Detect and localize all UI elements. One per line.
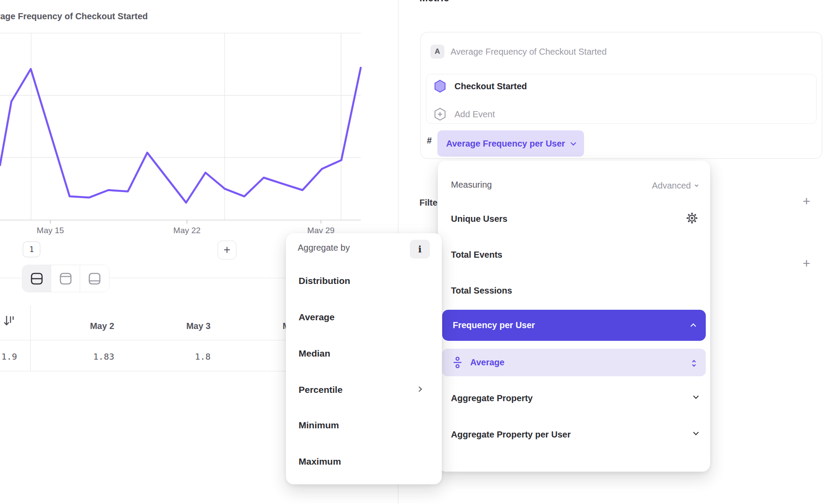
- line-chart: [0, 33, 363, 224]
- event-name: Checkout Started: [454, 81, 527, 91]
- menu-subitem-average[interactable]: Average: [442, 349, 706, 376]
- table-header-may-3[interactable]: May 3: [150, 318, 246, 334]
- menu-item-total-sessions[interactable]: Total Sessions: [451, 283, 512, 298]
- add-metric-button[interactable]: +: [807, 0, 815, 4]
- table-cell: 1.9: [0, 349, 30, 364]
- divide-icon: [453, 357, 462, 368]
- metric-title-input[interactable]: Average Frequency of Checkout Started: [451, 47, 607, 57]
- add-event-button[interactable]: Add Event: [434, 108, 495, 121]
- info-button[interactable]: i: [410, 240, 430, 259]
- event-hexagon-icon: [434, 80, 446, 93]
- aggregate-by-header: Aggregate by: [298, 243, 350, 253]
- up-down-chevrons-icon: [693, 359, 695, 366]
- metric-card: A Average Frequency of Checkout Started …: [420, 32, 822, 159]
- view-toggle-panel-top[interactable]: [51, 265, 80, 292]
- measuring-header: Measuring: [451, 180, 492, 190]
- chevron-down-icon: [695, 183, 698, 186]
- chevron-down-icon: [570, 140, 576, 146]
- view-toggle-panel-bottom[interactable]: [80, 265, 109, 292]
- sort-descending-icon: [3, 315, 17, 328]
- x-axis-label: May 15: [20, 226, 81, 235]
- chart-title: Average Frequency of Checkout Started: [0, 11, 148, 21]
- table-header-may-2[interactable]: May 2: [30, 318, 150, 334]
- measurement-hash-icon: #: [427, 136, 432, 146]
- menu-item-median[interactable]: Median: [299, 346, 330, 361]
- measurement-dropdown-button[interactable]: Average Frequency per User: [437, 130, 584, 157]
- view-toggle-split-rows[interactable]: [22, 265, 51, 292]
- menu-item-maximum[interactable]: Maximum: [299, 454, 341, 469]
- menu-item-average[interactable]: Average: [299, 309, 335, 325]
- metric-badge: A: [430, 45, 444, 59]
- measurement-label: Average Frequency per User: [446, 139, 565, 149]
- menu-item-total-events[interactable]: Total Events: [451, 247, 502, 262]
- add-filter-button[interactable]: +: [798, 193, 815, 210]
- add-annotation-button[interactable]: +: [218, 241, 236, 259]
- sort-button[interactable]: [3, 315, 17, 329]
- insights-report-screen: Average Frequency of Checkout Started Ma…: [0, 0, 831, 504]
- settings-button[interactable]: [686, 212, 698, 226]
- x-axis-label: May 22: [156, 226, 218, 235]
- split-rows-icon: [29, 271, 44, 286]
- panel-top-icon: [58, 271, 73, 286]
- table-header-border: [0, 340, 286, 340]
- chevron-down-icon: [693, 393, 699, 399]
- table-cell: 1.83: [30, 349, 150, 364]
- add-event-label: Add Event: [454, 109, 495, 119]
- chevron-up-icon: [690, 323, 696, 329]
- chevron-right-icon: [416, 386, 422, 392]
- menu-item-aggregate-property[interactable]: Aggregate Property: [451, 390, 533, 406]
- menu-item-unique-users[interactable]: Unique Users: [451, 211, 507, 227]
- menu-item-frequency-per-user-selected[interactable]: Frequency per User: [442, 310, 706, 341]
- advanced-toggle[interactable]: Advanced: [652, 181, 698, 191]
- panel-bottom-icon: [87, 271, 102, 286]
- chart-series-line: [0, 68, 361, 203]
- add-breakdown-button[interactable]: +: [798, 255, 815, 272]
- aggregate-by-dropdown-menu: Aggregate by i Distribution Average Medi…: [286, 233, 442, 484]
- menu-item-minimum[interactable]: Minimum: [299, 417, 339, 433]
- event-row-checkout-started[interactable]: Checkout Started: [434, 80, 527, 93]
- metric-section-heading: Metric: [419, 0, 449, 4]
- advanced-label: Advanced: [652, 181, 691, 191]
- measuring-dropdown-menu: Measuring Advanced Unique Users: [438, 161, 710, 472]
- menu-item-percentile[interactable]: Percentile: [299, 382, 342, 398]
- table-row-border: [0, 371, 286, 371]
- event-card: Checkout Started Add Event: [426, 74, 817, 124]
- gear-icon: [686, 212, 698, 224]
- add-event-hexagon-plus-icon: [434, 108, 446, 121]
- menu-item-aggregate-property-per-user[interactable]: Aggregate Property per User: [451, 427, 570, 442]
- annotation-marker-button[interactable]: 1: [23, 242, 40, 257]
- view-layout-segmented-control: [22, 265, 109, 292]
- table-cell: 1.8: [150, 349, 246, 364]
- sub-item-label: Average: [470, 357, 504, 368]
- selected-item-label: Frequency per User: [453, 320, 535, 330]
- menu-item-distribution[interactable]: Distribution: [299, 273, 350, 289]
- chevron-down-icon: [693, 430, 699, 435]
